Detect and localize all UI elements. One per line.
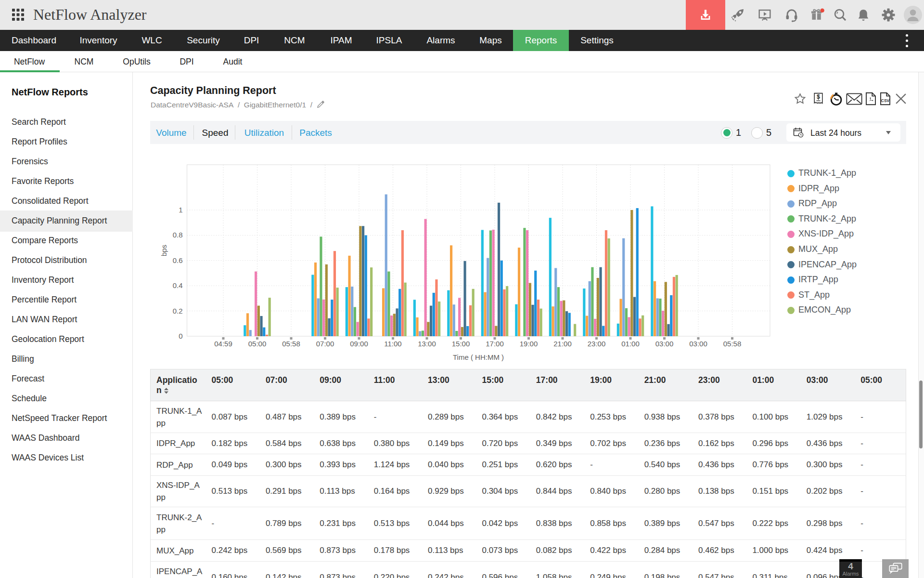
svg-text:0.6: 0.6 <box>173 256 183 264</box>
svg-text:13:00: 13:00 <box>418 340 436 348</box>
svg-text:15:00: 15:00 <box>452 340 470 348</box>
svg-text:bps: bps <box>160 245 168 256</box>
svg-text:0.4: 0.4 <box>173 281 183 289</box>
svg-text:1: 1 <box>179 206 182 214</box>
svg-text:07:00: 07:00 <box>316 340 334 348</box>
svg-text:CSV: CSV <box>881 98 890 103</box>
svg-text:17:00: 17:00 <box>486 340 504 348</box>
svg-text:19:00: 19:00 <box>520 340 538 348</box>
svg-text:0.2: 0.2 <box>173 307 183 315</box>
svg-text:05:58: 05:58 <box>282 340 300 348</box>
svg-text:0.8: 0.8 <box>173 231 183 239</box>
svg-text:09:00: 09:00 <box>350 340 368 348</box>
svg-text:03:00: 03:00 <box>689 340 707 348</box>
svg-text:05:00: 05:00 <box>248 340 267 348</box>
svg-text:21:00: 21:00 <box>553 340 572 348</box>
svg-text:Time ( HH:MM ): Time ( HH:MM ) <box>453 353 504 361</box>
svg-text:11:00: 11:00 <box>384 340 401 348</box>
svg-text:23:00: 23:00 <box>588 340 606 348</box>
svg-text:04:59: 04:59 <box>214 340 232 348</box>
svg-text:03:00: 03:00 <box>655 340 674 348</box>
svg-text:05:58: 05:58 <box>723 340 742 348</box>
svg-text:0: 0 <box>179 332 182 340</box>
svg-text:01:00: 01:00 <box>621 340 640 348</box>
